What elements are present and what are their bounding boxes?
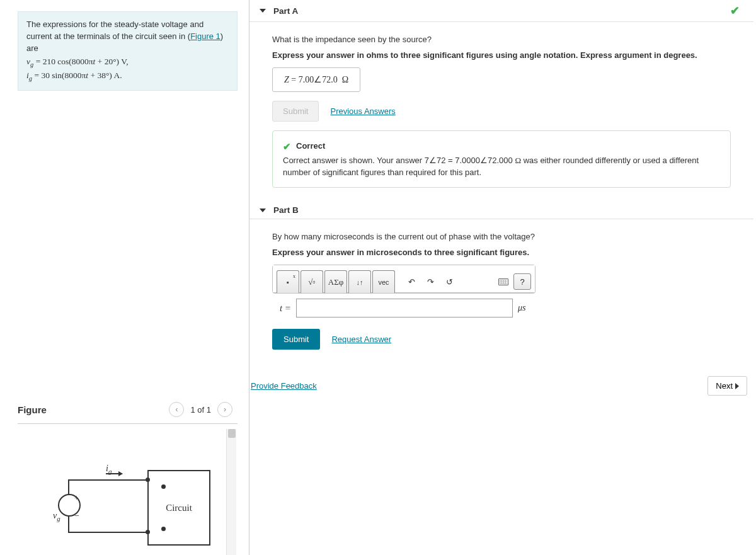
- vector-button[interactable]: vec: [372, 270, 395, 293]
- answer-input-widget: ▪x √▫ ΑΣφ ↓↑ vec ↶ ↷ ↺ ?: [272, 265, 536, 294]
- answer-unit: μs: [518, 303, 525, 313]
- caret-down-icon: [260, 209, 266, 212]
- part-a-header[interactable]: Part A ✔: [249, 0, 753, 22]
- figure-canvas: + − Circuit vg ig: [18, 429, 238, 555]
- problem-intro-pre: The expressions for the steady-state vol…: [26, 20, 203, 41]
- sqrt-button[interactable]: √▫: [301, 270, 323, 293]
- part-b-answer-input[interactable]: [296, 299, 513, 318]
- part-b-instruction: Express your answer in microseconds to t…: [272, 248, 731, 257]
- part-a-question: What is the impedance seen by the source…: [272, 35, 731, 44]
- figure-scrollbar[interactable]: [226, 429, 236, 555]
- redo-button[interactable]: ↷: [421, 270, 439, 293]
- problem-statement: The expressions for the steady-state vol…: [18, 11, 238, 91]
- equation-ig: ig = 30 sin(8000πt + 38°) A.: [26, 69, 229, 83]
- caret-down-icon: [260, 9, 266, 13]
- chevron-right-icon: [735, 383, 739, 389]
- undo-button[interactable]: ↶: [403, 270, 420, 293]
- vg-label: vg: [53, 511, 60, 522]
- part-b-submit-button[interactable]: Submit: [272, 329, 320, 350]
- keyboard-button[interactable]: [495, 270, 512, 293]
- provide-feedback-link[interactable]: Provide Feedback: [251, 381, 317, 391]
- check-icon: ✔: [283, 140, 291, 154]
- part-a-instruction: Express your answer in ohms to three sig…: [272, 50, 731, 60]
- correct-check-icon: ✔: [730, 4, 740, 18]
- figure-pager: 1 of 1: [186, 405, 215, 415]
- circuit-box: Circuit: [147, 470, 210, 546]
- answer-variable-label: t =: [272, 303, 291, 314]
- next-button[interactable]: Next: [707, 376, 747, 396]
- subscript-button[interactable]: ↓↑: [348, 270, 371, 293]
- part-b-title: Part B: [273, 205, 299, 215]
- request-answer-link[interactable]: Request Answer: [331, 335, 391, 344]
- figure-link[interactable]: Figure 1: [190, 31, 220, 41]
- keyboard-icon: [498, 278, 508, 285]
- feedback-title: Correct: [296, 140, 325, 152]
- part-a-feedback: ✔ Correct Correct answer is shown. Your …: [272, 130, 731, 188]
- help-button[interactable]: ?: [513, 273, 531, 290]
- part-b-question: By how many microseconds is the current …: [272, 232, 731, 241]
- figure-heading: Figure: [18, 404, 47, 415]
- greek-button[interactable]: ΑΣφ: [324, 270, 347, 293]
- figure-prev-button[interactable]: ‹: [169, 402, 184, 417]
- feedback-body: Correct answer is shown. Your answer 7∠7…: [283, 155, 720, 179]
- template-picker-button[interactable]: ▪x: [277, 270, 299, 293]
- current-arrow-icon: [106, 473, 122, 474]
- part-a-submit-button: Submit: [272, 101, 319, 122]
- part-b-header[interactable]: Part B: [249, 202, 753, 219]
- equation-vg: vg = 210 cos(8000πt + 20°) V,: [26, 55, 229, 69]
- reset-button[interactable]: ↺: [440, 270, 458, 293]
- part-a-answer-display: Z = 7.00∠72.0 Ω: [272, 67, 360, 92]
- part-a-title: Part A: [273, 6, 298, 16]
- figure-next-button[interactable]: ›: [217, 402, 232, 417]
- previous-answers-link[interactable]: Previous Answers: [330, 106, 395, 116]
